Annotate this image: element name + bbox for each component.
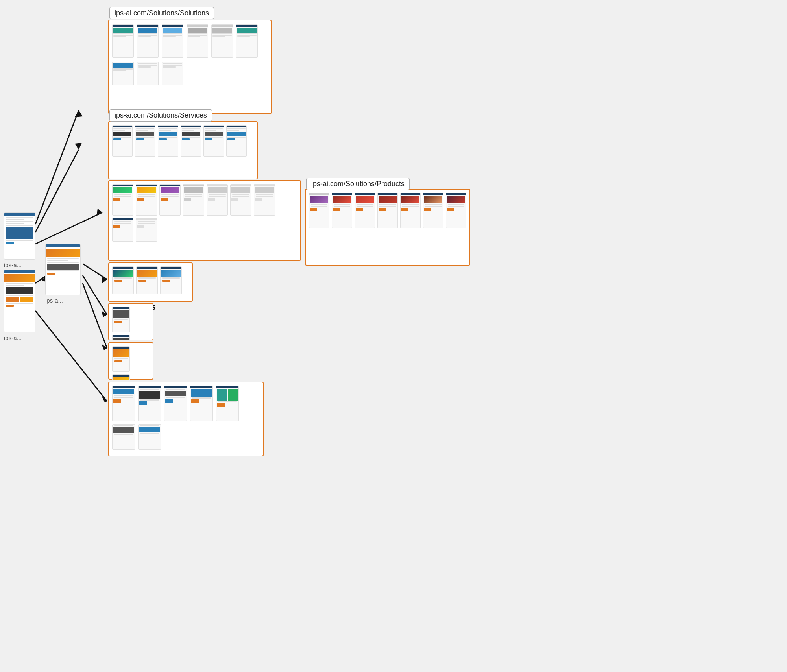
svg-marker-15 (102, 396, 107, 402)
group-products-main (305, 189, 470, 266)
group-company: Company (108, 342, 153, 380)
svg-line-6 (35, 275, 46, 283)
sidebar-label-bottom: ips-a... (4, 334, 22, 341)
svg-line-4 (35, 212, 102, 244)
sidebar-thumb-mid[interactable] (45, 244, 81, 295)
canvas: ips-a... ips-a... ips-a... ips-ai.com/So… (0, 0, 787, 672)
group-industry: Industry (108, 303, 153, 340)
url-products: ips-ai.com/Solutions/Products (306, 178, 410, 190)
group-solutions (108, 20, 272, 114)
svg-marker-1 (75, 110, 83, 117)
group-customers: Customers (108, 262, 193, 302)
url-solutions: ips-ai.com/Solutions/Solutions (109, 7, 214, 19)
svg-line-2 (35, 150, 79, 232)
svg-line-12 (83, 283, 107, 348)
group-bottom (108, 382, 264, 456)
svg-line-14 (35, 311, 107, 401)
svg-marker-11 (102, 311, 107, 317)
svg-marker-13 (102, 344, 107, 350)
sidebar-thumb-top[interactable] (4, 212, 35, 260)
svg-marker-9 (102, 277, 107, 283)
sidebar-label-top: ips-a... (4, 262, 22, 268)
svg-marker-5 (97, 209, 102, 216)
group-services (108, 121, 258, 179)
svg-line-10 (83, 275, 107, 315)
svg-line-8 (83, 264, 107, 279)
group-products-v2: Products v2 (108, 180, 301, 261)
url-services: ips-ai.com/Solutions/Services (109, 109, 212, 122)
sidebar-label-mid: ips-a... (45, 297, 63, 304)
svg-line-0 (35, 110, 79, 224)
sidebar-thumb-bottom[interactable] (4, 270, 35, 332)
svg-marker-3 (75, 143, 82, 150)
